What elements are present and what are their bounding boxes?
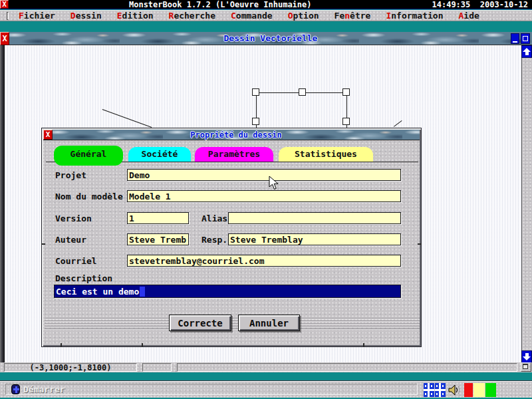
desktop: X MonsterBook 1.7.2 (L'Oeuvre Inhumaine)… [0, 0, 532, 399]
window-statusbar: (-3,1000;-1,8100) [0, 362, 532, 372]
scroll-down-icon[interactable] [521, 350, 532, 363]
courriel-label: Courriel [55, 255, 97, 267]
alias-input[interactable] [228, 212, 401, 224]
frame-notch [142, 343, 143, 347]
modele-input[interactable] [127, 190, 401, 202]
start-button[interactable]: Démarrer [5, 384, 418, 395]
groove-band [45, 318, 420, 330]
window-left-frame [0, 45, 5, 362]
status-panel-small [142, 363, 172, 372]
selection-handle-right[interactable] [342, 118, 350, 125]
resize-corner-button[interactable] [521, 362, 531, 372]
tab-general[interactable]: Général [54, 146, 123, 166]
menu-option[interactable]: Option [288, 11, 319, 21]
restore-icon [523, 364, 528, 369]
taskbar: Démarrer [0, 382, 532, 398]
status-swatch-yellow [473, 383, 485, 397]
drawing-window-titlebar[interactable]: X Dessin Vectorielle [0, 32, 532, 45]
menubar-grip [7, 12, 9, 20]
version-input[interactable] [127, 212, 189, 224]
status-swatch-green [485, 383, 496, 397]
description-label: Description [55, 273, 112, 284]
window-title: Dessin Vectorielle [9, 33, 532, 43]
scroll-up-icon[interactable] [521, 45, 532, 58]
status-swatch-red [464, 383, 473, 397]
annuler-button[interactable]: Annuler [238, 315, 300, 331]
correcte-button[interactable]: Correcte [169, 315, 231, 331]
menu-fenetre[interactable]: Fenêtre [334, 11, 371, 21]
window-maximize-icon[interactable] [521, 33, 530, 44]
tab-parametres[interactable]: Paramètres [195, 147, 273, 162]
frame-notch [363, 343, 364, 347]
selection-handle-top-right[interactable] [342, 88, 350, 96]
menu-dessin[interactable]: Dessin [70, 11, 102, 21]
auteur-input[interactable] [127, 233, 189, 245]
menu-aide[interactable]: Aide [459, 11, 479, 21]
dialog-title: Propriété du dessin [53, 130, 420, 140]
frame-notch [61, 343, 62, 347]
resp-label: Resp. [201, 234, 227, 245]
description-text: Ceci est un demo [56, 287, 139, 297]
menu-information[interactable]: Information [386, 11, 443, 21]
tab-statistiques[interactable]: Statistiques [279, 147, 373, 162]
system-tray [424, 383, 496, 397]
selected-rect-right [346, 92, 347, 132]
projet-label: Projet [55, 170, 86, 181]
mouse-cursor-icon [269, 176, 279, 193]
menu-fichier[interactable]: Fichier [19, 11, 55, 21]
text-cursor [140, 287, 145, 297]
menu-recherche[interactable]: Recherche [169, 11, 215, 21]
selection-handle-left[interactable] [252, 118, 259, 125]
selection-handle-top-mid[interactable] [299, 88, 306, 96]
start-icon [11, 384, 20, 394]
selection-handle-top-left[interactable] [252, 88, 259, 96]
dialog-close-icon[interactable]: X [43, 130, 53, 140]
properties-dialog: X Propriété du dessin Général Société Pa… [41, 128, 422, 347]
app-title: MonsterBook 1.7.2 (L'Oeuvre Inhumaine) [9, 0, 432, 9]
auteur-label: Auteur [55, 234, 86, 245]
drawn-line [102, 109, 152, 128]
tab-societe[interactable]: Société [128, 147, 191, 162]
speaker-icon[interactable] [448, 384, 462, 397]
horizontal-scrollbar-track[interactable] [177, 363, 517, 372]
version-label: Version [55, 213, 92, 224]
selected-rect-left [256, 92, 257, 132]
drawn-line-small [394, 120, 402, 127]
system-close-icon[interactable]: X [0, 0, 9, 9]
menu-edition[interactable]: Edition [117, 11, 154, 21]
dialog-titlebar[interactable]: X Propriété du dessin [43, 130, 420, 140]
menubar: Fichier Dessin Edition Recherche Command… [0, 10, 532, 21]
courriel-input[interactable] [127, 255, 401, 267]
menu-commande[interactable]: Commande [231, 11, 273, 21]
resp-input[interactable] [228, 233, 401, 245]
vertical-scrollbar-track[interactable] [521, 58, 532, 350]
frame-notch [41, 243, 45, 245]
alias-label: Alias [201, 213, 227, 224]
window-minimize-icon[interactable] [511, 33, 519, 44]
start-label: Démarrer [23, 384, 65, 394]
system-titlebar: X MonsterBook 1.7.2 (L'Oeuvre Inhumaine)… [0, 0, 532, 9]
coordinates-readout: (-3,1000;-1,8100) [4, 363, 137, 372]
clock: 14:49:35 2003-10-12 [432, 0, 532, 9]
projet-input[interactable] [127, 169, 401, 181]
frame-notch [418, 243, 422, 245]
quebec-flag-icon [435, 383, 446, 397]
window-close-icon[interactable]: X [0, 32, 9, 45]
description-input[interactable]: Ceci est un demo [54, 285, 401, 298]
modele-label: Nom du modèle [55, 191, 123, 202]
quebec-flag-icon [424, 383, 434, 397]
